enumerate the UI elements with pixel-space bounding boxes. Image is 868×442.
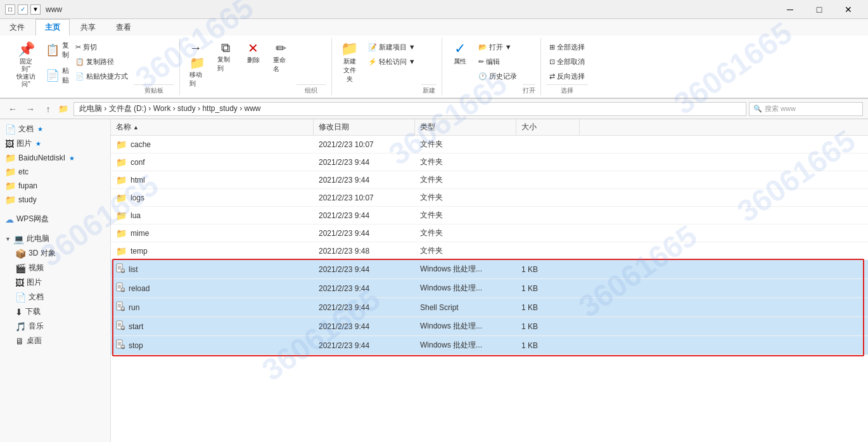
ribbon: 文件 主页 共享 查看 📌 固定到"快速访问" 📋 复制 📄 粘贴 xyxy=(0,19,868,99)
copy-button[interactable]: 📋 复制 xyxy=(41,38,73,62)
file-name-text: reload xyxy=(129,284,150,293)
sidebar-divider xyxy=(0,207,110,212)
file-row[interactable]: ⚙start2021/2/23 9:44Windows 批处理...1 KB xyxy=(111,317,868,336)
file-row[interactable]: 📁html2021/2/23 9:44文件夹 xyxy=(111,171,868,189)
file-row[interactable]: 📁logs2021/2/23 10:07文件夹 xyxy=(111,189,868,207)
properties-button[interactable]: ✓ 属性 xyxy=(447,38,473,68)
up-button[interactable]: ↑ xyxy=(41,101,56,117)
file-size-cell xyxy=(516,159,580,166)
file-size-cell: 1 KB xyxy=(516,262,580,277)
sidebar-item-label: 视频 xyxy=(29,263,44,273)
file-date-cell: 2021/2/23 9:44 xyxy=(314,155,415,170)
sidebar-item-label: fupan xyxy=(18,181,37,190)
invert-selection-button[interactable]: ⇄ 反向选择 xyxy=(546,70,588,83)
sidebar-item-baidu[interactable]: 📁 BaiduNetdiskI ★ xyxy=(0,151,110,165)
address-path[interactable]: 此电脑 › 文件盘 (D:) › Work › study › http_stu… xyxy=(73,102,746,116)
file-size-cell xyxy=(516,230,580,237)
file-row[interactable]: ⚙reload2021/2/23 9:44Windows 批处理...1 KB xyxy=(111,279,868,298)
file-row[interactable]: 📁mime2021/2/23 9:44文件夹 xyxy=(111,224,868,242)
sidebar-item-label: 文档 xyxy=(18,124,34,134)
baidu-icon: 📁 xyxy=(5,153,16,163)
edit-button[interactable]: ✏ 编辑 xyxy=(475,55,520,68)
select-none-button[interactable]: ⊡ 全部取消 xyxy=(546,55,588,68)
sidebar-item-downloads[interactable]: ⬇ 下载 xyxy=(0,304,110,319)
organize-label: 组织 xyxy=(297,84,326,95)
easy-access-button[interactable]: ⚡ 轻松访问 ▼ xyxy=(365,55,419,68)
ribbon-tab-view[interactable]: 查看 xyxy=(106,19,141,36)
file-name-cell: 📁lua xyxy=(111,207,314,224)
delete-button[interactable]: ✕ 删除 xyxy=(241,38,266,67)
file-date-cell: 2021/2/23 10:07 xyxy=(314,190,415,205)
rename-button[interactable]: ✏ 重命名 xyxy=(269,38,294,76)
sidebar-item-documents[interactable]: 📄 文档 xyxy=(0,290,110,304)
file-name-text: conf xyxy=(131,158,145,167)
file-row[interactable]: ⚙run2021/2/23 9:44Shell Script1 KB xyxy=(111,298,868,317)
file-name-cell: 📁temp xyxy=(111,243,314,259)
file-type-cell: 文件夹 xyxy=(415,189,516,206)
new-item-button[interactable]: 📝 新建项目 ▼ xyxy=(365,41,419,54)
file-row[interactable]: 📁cache2021/2/23 10:07文件夹 xyxy=(111,136,868,153)
forward-button[interactable]: → xyxy=(23,101,38,117)
title-icon-check[interactable]: ✓ xyxy=(18,4,28,15)
sidebar-item-docs[interactable]: 📄 文档 ★ xyxy=(0,122,110,136)
paste-button[interactable]: 📄 粘贴 xyxy=(41,63,73,88)
copy-path-button[interactable]: 📋 复制路径 xyxy=(72,55,131,68)
sidebar-item-etc[interactable]: 📁 etc xyxy=(0,165,110,179)
sidebar-item-3dobjects[interactable]: 📦 3D 对象 xyxy=(0,246,110,261)
col-header-date[interactable]: 修改日期 xyxy=(314,119,415,135)
file-size-cell xyxy=(516,141,580,148)
sidebar-item-music[interactable]: 🎵 音乐 xyxy=(0,319,110,334)
main-layout: 📄 文档 ★ 🖼 图片 ★ 📁 BaiduNetdiskI ★ 📁 etc 📁 … xyxy=(0,119,868,442)
file-size-cell: 1 KB xyxy=(516,338,580,353)
title-icon-square[interactable]: □ xyxy=(5,4,15,15)
pin-to-quick-access-button[interactable]: 📌 固定到"快速访问" xyxy=(10,38,42,91)
file-name-text: run xyxy=(129,303,139,312)
window-maximize[interactable]: □ xyxy=(805,0,834,19)
folder-icon: 📁 xyxy=(116,175,127,185)
select-all-button[interactable]: ⊞ 全部选择 xyxy=(546,41,588,54)
sidebar-item-study[interactable]: 📁 study xyxy=(0,193,110,207)
ribbon-tab-share[interactable]: 共享 xyxy=(71,19,105,36)
col-header-type[interactable]: 类型 xyxy=(415,119,516,135)
file-size-cell xyxy=(516,177,580,183)
sidebar-item-thispc[interactable]: ▼ 💻 此电脑 xyxy=(0,231,110,246)
sidebar-item-label: 文档 xyxy=(29,292,44,302)
move-to-button[interactable]: →📁 移动到 xyxy=(185,38,210,91)
file-row[interactable]: 📁conf2021/2/23 9:44文件夹 xyxy=(111,153,868,171)
sidebar-item-wps[interactable]: ☁ WPS网盘 xyxy=(0,212,110,226)
file-row[interactable]: 📁temp2021/2/23 9:48文件夹 xyxy=(111,242,868,260)
file-type-cell: Windows 批处理... xyxy=(415,261,516,278)
paste-shortcut-button[interactable]: 📄 粘贴快捷方式 xyxy=(72,70,131,83)
ribbon-tab-file[interactable]: 文件 xyxy=(0,19,34,36)
file-type-cell: 文件夹 xyxy=(415,136,516,153)
ribbon-tabs: 文件 主页 共享 查看 xyxy=(0,19,868,36)
file-row[interactable]: 📁lua2021/2/23 9:44文件夹 xyxy=(111,207,868,224)
sidebar-item-images[interactable]: 🖼 图片 xyxy=(0,275,110,290)
copy-to-button[interactable]: ⧉ 复制到 xyxy=(213,38,238,75)
sidebar-item-videos[interactable]: 🎬 视频 xyxy=(0,261,110,275)
new-folder-button[interactable]: 📁 新建文件夹 xyxy=(337,38,362,86)
ribbon-tab-home[interactable]: 主页 xyxy=(35,19,70,36)
sidebar-item-pictures[interactable]: 🖼 图片 ★ xyxy=(0,136,110,151)
pin-indicator: ★ xyxy=(37,126,43,133)
search-box[interactable]: 🔍 搜索 www xyxy=(749,102,863,116)
title-icon-dropdown[interactable]: ▼ xyxy=(30,4,41,15)
col-header-size[interactable]: 大小 xyxy=(516,119,580,135)
file-date-cell: 2021/2/23 9:48 xyxy=(314,244,415,259)
file-size-cell xyxy=(516,248,580,254)
window-close[interactable]: ✕ xyxy=(834,0,863,19)
window-minimize[interactable]: ─ xyxy=(775,0,805,19)
col-header-name[interactable]: 名称 ▲ xyxy=(111,119,314,135)
file-row[interactable]: ⚙list2021/2/23 9:44Windows 批处理...1 KB xyxy=(111,260,868,279)
file-row[interactable]: ⚙stop2021/2/23 9:44Windows 批处理...1 KB xyxy=(111,336,868,355)
sidebar-item-desktop[interactable]: 🖥 桌面 xyxy=(0,334,110,348)
cut-button[interactable]: ✂ 剪切 xyxy=(72,41,131,54)
file-name-cell: 📁conf xyxy=(111,154,314,171)
open-button[interactable]: 📂 打开 ▼ xyxy=(475,41,520,54)
history-button[interactable]: 🕐 历史记录 xyxy=(475,70,520,83)
file-icon: ⚙ xyxy=(116,320,125,332)
sidebar-item-fupan[interactable]: 📁 fupan xyxy=(0,179,110,193)
sidebar-item-label: 下载 xyxy=(25,306,41,317)
back-button[interactable]: ← xyxy=(5,101,20,117)
file-name-text: logs xyxy=(131,193,144,202)
